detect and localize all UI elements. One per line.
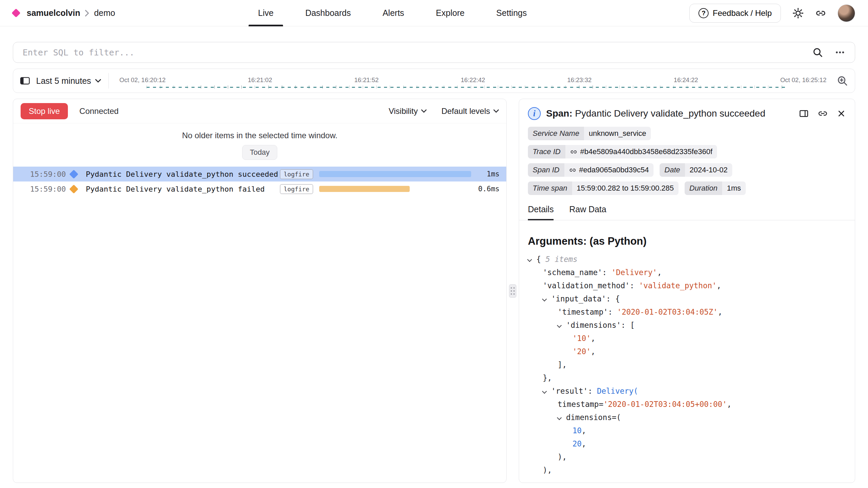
breadcrumb-org[interactable]: samuelcolvin (27, 8, 80, 18)
visibility-dropdown[interactable]: Visibility (389, 106, 427, 116)
nav-tab-label: Settings (496, 8, 527, 18)
code-token: 'validate_python' (639, 281, 716, 290)
sun-icon (792, 7, 804, 19)
zoom-in-button[interactable] (837, 75, 848, 87)
connection-status: Connected (79, 106, 119, 116)
open-as-table-button[interactable] (799, 108, 809, 119)
empty-window-message: No older items in the selected time wind… (182, 131, 337, 140)
log-row[interactable]: 15:59:00 Pydantic Delivery validate_pyth… (13, 181, 506, 196)
more-options-icon[interactable] (835, 47, 845, 58)
feedback-help-button[interactable]: ? Feedback / Help (689, 4, 781, 23)
nav-tab[interactable]: Alerts (373, 0, 414, 26)
chevron-down-icon (421, 109, 427, 113)
day-separator-badge[interactable]: Today (242, 145, 278, 160)
nav-tab[interactable]: Explore (427, 0, 474, 26)
duration-bar (319, 186, 410, 192)
attr-date: Date 2024-10-02 (660, 163, 732, 177)
code-token: , (657, 268, 662, 277)
attr-label: Duration (685, 181, 722, 195)
code-tree: { 5 items'schema_name': 'Delivery','vali… (528, 253, 846, 477)
code-token: , (582, 426, 586, 435)
link-icon[interactable] (570, 148, 577, 155)
code-token: ), (558, 453, 567, 461)
attr-label: Trace ID (528, 145, 565, 158)
detail-tabs: Details Raw Data (519, 204, 855, 220)
code-token: , (582, 439, 586, 448)
nav-tab[interactable]: Live (249, 0, 283, 26)
log-tag-badge[interactable]: logfire (280, 184, 313, 194)
sql-filter-bar (13, 42, 855, 63)
chevron-down-icon (95, 79, 101, 83)
theme-toggle-button[interactable] (792, 7, 804, 19)
zoom-in-icon (837, 75, 848, 87)
stop-live-button[interactable]: Stop live (21, 103, 68, 119)
code-token: 20 (572, 439, 582, 448)
code-token: 5 items (545, 255, 578, 264)
log-tag-badge[interactable]: logfire (280, 169, 313, 179)
attr-service-name: Service Name unknown_service (528, 127, 651, 140)
arguments-heading: Arguments: (as Python) (528, 235, 846, 247)
duration-bar-track (319, 186, 467, 192)
panel-resize-handle[interactable] (509, 284, 516, 298)
logfire-logo-icon[interactable] (11, 8, 21, 18)
collapse-caret-icon[interactable] (542, 297, 547, 301)
collapse-caret-icon[interactable] (542, 389, 547, 394)
chevron-right-icon (85, 10, 89, 17)
code-token: '2020-01-02T03:04:05Z' (617, 308, 718, 316)
share-link-button[interactable] (815, 8, 826, 19)
code-token: ], (558, 360, 567, 369)
log-rows: 15:59:00 Pydantic Delivery validate_pyth… (13, 167, 506, 196)
panel-toggle-button[interactable] (20, 76, 30, 86)
duration-bar-track (319, 171, 467, 177)
code-line: ], (528, 358, 846, 371)
collapse-caret-icon[interactable] (527, 257, 532, 262)
search-icon[interactable] (812, 47, 823, 58)
code-line: ), (528, 450, 846, 464)
code-token: , (727, 400, 732, 409)
close-detail-button[interactable] (837, 108, 846, 119)
copy-span-link-button[interactable] (818, 108, 828, 119)
default-levels-dropdown[interactable]: Default levels (441, 106, 499, 116)
code-token: , (718, 308, 722, 316)
attr-value[interactable]: #b4e5809a440dbb3458e68d2335fe360f (580, 147, 713, 156)
timeline-dashed-line (147, 85, 788, 89)
attr-value: 2024-10-02 (685, 163, 733, 177)
code-token: , (591, 334, 595, 343)
log-duration: 0.6ms (473, 185, 500, 193)
link-icon[interactable] (569, 167, 576, 174)
timeline-ticks: Oct 02, 16:20:12 16:21:02 16:21:52 16:22… (120, 76, 826, 84)
code-token: 'dimensions' (566, 321, 621, 330)
code-token: : [ (621, 321, 635, 330)
breadcrumb-project[interactable]: demo (94, 8, 115, 18)
nav-tab[interactable]: Settings (487, 0, 536, 26)
code-line: ), (528, 464, 846, 477)
timeline-axis[interactable]: Oct 02, 16:20:12 16:21:02 16:21:52 16:22… (116, 69, 828, 93)
log-level-icon (69, 185, 78, 194)
sidebar-panel-icon (20, 76, 30, 86)
span-attributes: Service Name unknown_service Trace ID #b… (519, 125, 855, 195)
code-line: timestamp='2020-01-02T03:04:05+00:00', (528, 398, 846, 411)
nav-tab-label: Explore (436, 8, 465, 18)
main-content: Stop live Connected Visibility Default l… (13, 99, 855, 483)
log-message: Pydantic Delivery validate_python succee… (86, 170, 280, 178)
attr-value[interactable]: #eda9065a0bd39c54 (579, 166, 649, 174)
nav-tab-label: Dashboards (305, 8, 351, 18)
time-range-dropdown[interactable]: Last 5 minutes (36, 76, 101, 86)
code-line: 20, (528, 437, 846, 450)
code-token: : (588, 387, 597, 395)
user-avatar[interactable] (838, 4, 855, 22)
code-token: : (602, 268, 611, 277)
collapse-caret-icon[interactable] (557, 323, 562, 328)
collapse-caret-icon[interactable] (557, 415, 562, 420)
close-icon (837, 109, 846, 118)
code-token: : (608, 308, 617, 316)
span-label: Span: (546, 108, 572, 119)
main-nav: Live Dashboards Alerts Explore Settings (249, 0, 536, 26)
code-token: '10' (572, 334, 591, 343)
link-icon (815, 8, 826, 19)
tab-raw-data[interactable]: Raw Data (569, 204, 606, 220)
nav-tab[interactable]: Dashboards (296, 0, 360, 26)
log-row[interactable]: 15:59:00 Pydantic Delivery validate_pyth… (13, 167, 506, 181)
sql-filter-input[interactable] (23, 48, 801, 57)
tab-details[interactable]: Details (528, 204, 554, 220)
